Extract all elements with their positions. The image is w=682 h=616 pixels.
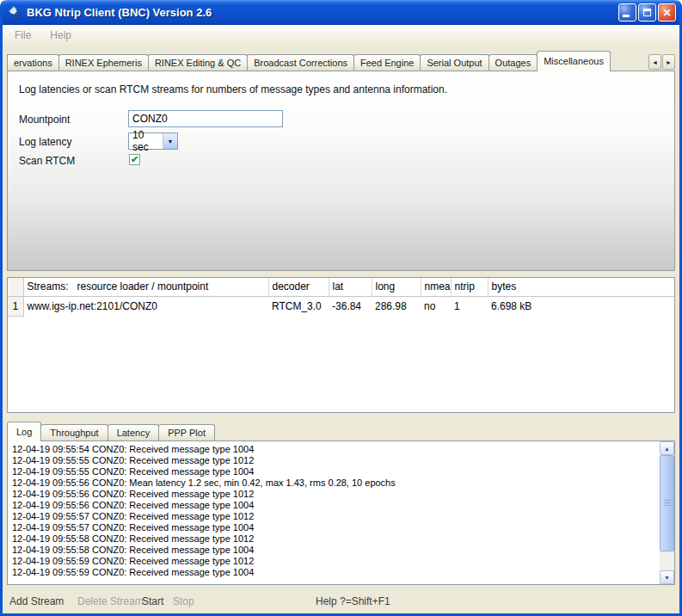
log-output: 12-04-19 09:55:54 CONZ0: Received messag…	[9, 444, 657, 582]
log-line: 12-04-19 09:55:56 CONZ0: Received messag…	[12, 500, 657, 511]
log-line: 12-04-19 09:55:55 CONZ0: Received messag…	[12, 466, 657, 477]
log-latency-label: Log latency	[19, 136, 71, 148]
streams-header-row: Streams: resource loader / mountpoint de…	[8, 278, 674, 296]
menu-bar: File Help	[3, 25, 679, 45]
stream-row[interactable]: 1 www.igs-ip.net:2101/CONZ0 RTCM_3.0 -36…	[8, 296, 674, 316]
tab-rinex-editing-qc[interactable]: RINEX Editing & QC	[148, 54, 248, 71]
menu-help[interactable]: Help	[45, 28, 77, 43]
stream-nmea-cell[interactable]: no	[421, 296, 451, 316]
maximize-button[interactable]	[638, 3, 656, 22]
tab-serial-output[interactable]: Serial Output	[420, 54, 488, 71]
mountpoint-label: Mountpoint	[19, 114, 70, 126]
scroll-down-icon[interactable]: ▼	[660, 570, 674, 584]
output-tab-bar: Log Throughput Latency PPP Plot	[7, 421, 215, 441]
stream-row-number[interactable]: 1	[8, 296, 23, 316]
action-bar: Add Stream Delete Stream Start Stop Help…	[7, 592, 675, 613]
streams-bytes-header: bytes	[488, 278, 674, 296]
stream-lat-cell[interactable]: -36.84	[329, 296, 372, 316]
stream-decoder-cell[interactable]: RTCM_3.0	[268, 296, 329, 316]
stop-button: Stop	[173, 595, 194, 607]
app-icon	[8, 5, 22, 20]
tab-log[interactable]: Log	[7, 422, 41, 441]
log-line: 12-04-19 09:55:57 CONZ0: Received messag…	[12, 522, 657, 533]
tab-observations[interactable]: ervations	[7, 54, 59, 71]
stream-long-cell[interactable]: 286.98	[372, 296, 421, 316]
scrollbar-thumb[interactable]	[660, 455, 674, 551]
log-line: 12-04-19 09:55:56 CONZ0: Received messag…	[12, 489, 657, 500]
minimize-icon	[623, 15, 630, 17]
check-icon: ✔	[131, 155, 138, 164]
streams-table: Streams: resource loader / mountpoint de…	[7, 277, 675, 413]
streams-mountpoint-header: Streams: resource loader / mountpoint	[23, 278, 268, 296]
menu-file[interactable]: File	[9, 28, 36, 43]
scan-rtcm-checkbox[interactable]: ✔	[129, 154, 140, 165]
tab-throughput[interactable]: Throughput	[40, 424, 108, 440]
help-button[interactable]: Help ?=Shift+F1	[316, 595, 390, 607]
chevron-down-icon[interactable]: ▼	[163, 133, 177, 149]
streams-nmea-header: nmea	[421, 278, 451, 296]
log-line: 12-04-19 09:55:58 CONZ0: Received messag…	[12, 533, 657, 545]
window-title: BKG Ntrip Client (BNC) Version 2.6	[27, 6, 618, 19]
add-stream-button[interactable]: Add Stream	[9, 595, 64, 607]
log-latency-select[interactable]: 10 sec ▼	[128, 132, 178, 150]
tab-scroll-right-icon[interactable]: ►	[662, 54, 675, 70]
streams-ntrip-header: ntrip	[451, 278, 488, 296]
delete-stream-button: Delete Stream	[77, 595, 144, 607]
title-bar[interactable]: BKG Ntrip Client (BNC) Version 2.6 ✕	[3, 0, 679, 25]
maximize-icon	[643, 9, 651, 16]
log-line: 12-04-19 09:55:56 CONZ0: Mean latency 1.…	[12, 477, 657, 489]
stream-ntrip-cell[interactable]: 1	[451, 296, 488, 316]
stream-bytes-cell[interactable]: 6.698 kB	[488, 296, 674, 316]
log-panel: 12-04-19 09:55:54 CONZ0: Received messag…	[7, 440, 675, 585]
minimize-button[interactable]	[618, 3, 636, 22]
tab-rinex-ephemeris[interactable]: RINEX Ephemeris	[58, 54, 149, 71]
tab-latency[interactable]: Latency	[108, 424, 160, 440]
streams-corner-header	[8, 278, 23, 296]
log-line: 12-04-19 09:55:59 CONZ0: Received messag…	[12, 567, 657, 578]
tab-broadcast-corrections[interactable]: Broadcast Corrections	[247, 54, 354, 71]
tab-scroll-left-icon[interactable]: ◄	[648, 54, 661, 70]
close-icon: ✕	[662, 8, 671, 18]
streams-lat-header: lat	[329, 278, 372, 296]
settings-tab-bar: ervations RINEX Ephemeris RINEX Editing …	[7, 50, 675, 71]
bnc-window: BKG Ntrip Client (BNC) Version 2.6 ✕ Fil…	[0, 0, 682, 616]
log-line: 12-04-19 09:55:59 CONZ0: Received messag…	[12, 556, 657, 567]
log-line: 12-04-19 09:55:54 CONZ0: Received messag…	[12, 444, 657, 455]
panel-description: Log latencies or scan RTCM streams for n…	[19, 83, 447, 95]
log-line: 12-04-19 09:55:55 CONZ0: Received messag…	[12, 455, 657, 466]
close-button[interactable]: ✕	[658, 3, 676, 22]
start-button[interactable]: Start	[142, 595, 163, 607]
mountpoint-input[interactable]	[128, 110, 283, 127]
log-line: 12-04-19 09:55:58 CONZ0: Received messag…	[12, 545, 657, 556]
tab-ppp-plot[interactable]: PPP Plot	[158, 424, 215, 440]
tab-outages[interactable]: Outages	[488, 54, 538, 71]
streams-long-header: long	[372, 278, 421, 296]
scroll-up-icon[interactable]: ▲	[660, 441, 674, 455]
stream-mountpoint-cell[interactable]: www.igs-ip.net:2101/CONZ0	[23, 296, 268, 316]
tab-feed-engine[interactable]: Feed Engine	[353, 54, 421, 71]
log-line: 12-04-19 09:55:57 CONZ0: Received messag…	[12, 511, 657, 522]
streams-decoder-header: decoder	[268, 278, 329, 296]
tab-miscellaneous[interactable]: Miscellaneous	[537, 51, 611, 71]
miscellaneous-panel: Log latencies or scan RTCM streams for n…	[7, 71, 675, 271]
tab-scroll-arrows: ◄ ►	[648, 54, 675, 70]
log-latency-value: 10 sec	[129, 129, 163, 153]
scan-rtcm-label: Scan RTCM	[19, 155, 75, 167]
log-scrollbar[interactable]: ▲ ▼	[660, 441, 674, 584]
